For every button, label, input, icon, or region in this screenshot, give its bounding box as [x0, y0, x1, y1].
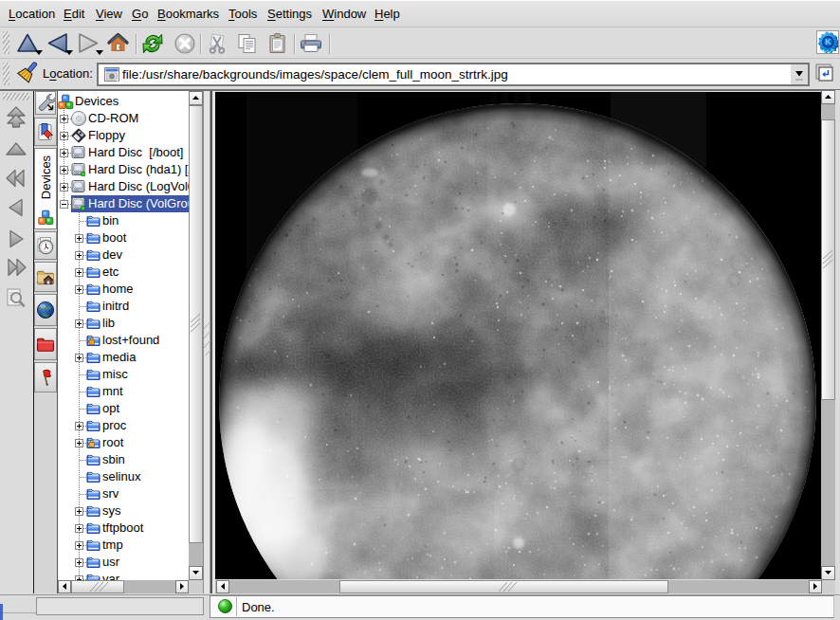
svg-text:K: K [825, 37, 831, 46]
